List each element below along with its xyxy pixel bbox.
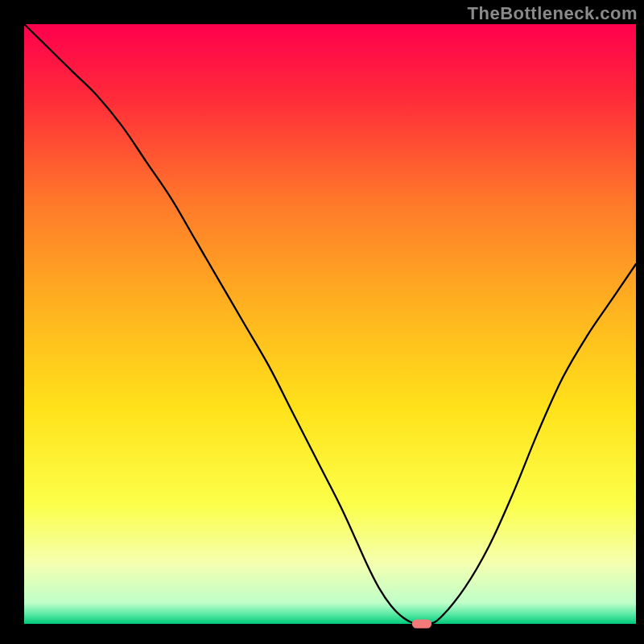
watermark-text: TheBottleneck.com — [468, 3, 638, 24]
minimum-marker — [412, 619, 431, 628]
plot-background — [24, 24, 636, 624]
chart-svg — [0, 0, 644, 644]
chart-container: TheBottleneck.com — [0, 0, 644, 644]
